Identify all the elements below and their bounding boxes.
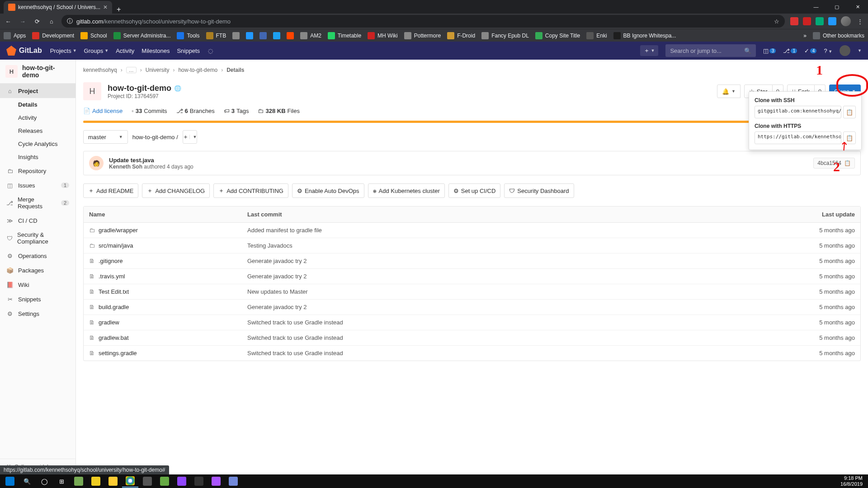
size-stat[interactable]: 🗀 328 KB Files — [258, 108, 300, 114]
clone-ssh-input[interactable]: git@gitlab.com:kennethsohyq/sch — [755, 106, 841, 118]
window-close[interactable]: ✕ — [847, 0, 868, 14]
address-bar[interactable]: ⓘ gitlab.com/kennethsohyq/school/univers… — [61, 15, 785, 28]
bookmark-item[interactable]: Tools — [177, 32, 199, 39]
other-bookmarks[interactable]: Other bookmarks — [813, 32, 864, 39]
user-avatar[interactable] — [840, 45, 850, 56]
sidebar-sub-releases[interactable]: Releases — [0, 124, 75, 137]
forward-button[interactable]: → — [18, 17, 27, 26]
nav-milestones[interactable]: Milestones — [142, 47, 170, 54]
table-row[interactable]: 🗎gradlew.batSwitched track to use Gradle… — [84, 330, 860, 346]
copy-icon[interactable]: 📋 — [844, 160, 851, 166]
sidebar-item-operations[interactable]: ⚙Operations — [0, 249, 75, 263]
back-button[interactable]: ← — [4, 17, 13, 26]
sidebar-sub-activity[interactable]: Activity — [0, 111, 75, 124]
window-minimize[interactable]: — — [806, 0, 826, 14]
breadcrumb-ellipsis[interactable]: … — [126, 67, 137, 73]
bookmark-item[interactable]: School — [80, 32, 107, 39]
commits-stat[interactable]: ◦ 33 Commits — [132, 108, 167, 114]
branches-stat[interactable]: ⎇ 6 Branches — [176, 108, 215, 114]
table-row[interactable]: 🗎gradlewSwitched track to use Gradle ins… — [84, 315, 860, 330]
bookmark-item[interactable]: F-Droid — [447, 32, 475, 39]
nav-activity[interactable]: Activity — [116, 47, 134, 54]
table-row[interactable]: 🗎settings.gradleSwitched track to use Gr… — [84, 346, 860, 361]
mr-badge[interactable]: ⎇1 — [783, 47, 797, 54]
breadcrumb-item[interactable]: kennethsohyq — [83, 67, 117, 73]
bookmark-item[interactable]: Pottermore — [404, 32, 441, 39]
bookmark-item[interactable]: FTB — [206, 32, 226, 39]
sidebar-item-project[interactable]: ⌂Project — [0, 84, 75, 98]
action-add-contributing[interactable]: ＋Add CONTRIBUTING — [213, 183, 288, 198]
breadcrumb-item[interactable]: how-to-git-demo — [178, 67, 217, 73]
bookmark-item[interactable] — [246, 32, 253, 39]
user-dropdown-icon[interactable]: ▼ — [858, 48, 862, 53]
bookmark-item[interactable]: Copy Site Title — [535, 32, 580, 39]
sidebar-item-snippets[interactable]: ✂Snippets — [0, 292, 75, 306]
extension-icon[interactable] — [803, 17, 811, 25]
branch-selector[interactable]: master▼ — [83, 130, 128, 144]
sidebar-sub-cycle-analytics[interactable]: Cycle Analytics — [0, 137, 75, 150]
bookmark-item[interactable] — [273, 32, 280, 39]
nav-projects[interactable]: Projects ▼ — [50, 47, 77, 54]
table-row[interactable]: 🗀gradle/wrapperAdded manifest to gradle … — [84, 223, 860, 238]
bookmark-item[interactable]: Enki — [586, 32, 607, 39]
sidebar-sub-insights[interactable]: Insights — [0, 150, 75, 164]
commit-title[interactable]: Update test.java — [109, 157, 193, 164]
ci-status-icon[interactable]: ◌ — [208, 47, 213, 54]
table-row[interactable]: 🗎.gitignoreGenerate javadoc try 25 month… — [84, 253, 860, 269]
window-maximize[interactable]: ▢ — [826, 0, 847, 14]
sidebar-item-merge-requests[interactable]: ⎇Merge Requests2 — [0, 192, 75, 213]
gitlab-logo[interactable]: GitLab — [6, 46, 42, 56]
action-set-up-ci-cd[interactable]: ⚙Set up CI/CD — [448, 183, 501, 198]
extension-icon[interactable] — [828, 17, 836, 25]
help-icon[interactable]: ? ▼ — [824, 47, 832, 54]
copy-https-button[interactable]: 📋 — [843, 131, 856, 144]
extension-icon[interactable] — [790, 17, 798, 25]
sidebar-item-ci-cd[interactable]: ≫CI / CD — [0, 213, 75, 228]
bookmarks-overflow[interactable]: » — [803, 33, 807, 39]
star-icon[interactable]: ☆ — [774, 18, 779, 25]
search-input[interactable]: Search or jump to... 🔍 — [665, 44, 756, 57]
bookmark-item[interactable] — [287, 32, 294, 39]
home-button[interactable]: ⌂ — [47, 17, 56, 26]
bookmark-item[interactable]: Development — [32, 32, 74, 39]
action-add-readme[interactable]: ＋Add README — [83, 183, 138, 198]
sidebar-item-repository[interactable]: 🗀Repository — [0, 164, 75, 178]
bookmark-item[interactable]: BB Ignore Whitespa... — [613, 32, 676, 39]
profile-avatar[interactable] — [841, 16, 851, 26]
sidebar-item-wiki[interactable]: 📕Wiki — [0, 277, 75, 292]
sidebar-item-settings[interactable]: ⚙Settings — [0, 306, 75, 321]
action-security-dashboard[interactable]: 🛡Security Dashboard — [504, 183, 574, 198]
path-root[interactable]: how-to-git-demo / — [132, 134, 178, 141]
new-tab-button[interactable]: + — [112, 5, 125, 14]
sidebar-item-issues[interactable]: ◫Issues1 — [0, 178, 75, 192]
sidebar-item-packages[interactable]: 📦Packages — [0, 263, 75, 277]
todos-badge[interactable]: ✓4 — [804, 47, 816, 54]
bookmark-item[interactable]: Server Administra... — [113, 32, 171, 39]
clone-https-input[interactable]: https://gitlab.com/kennethsohyq — [755, 131, 841, 144]
bookmark-item[interactable]: MH Wiki — [368, 32, 398, 39]
table-row[interactable]: 🗎.travis.ymlGenerate javadoc try 25 mont… — [84, 269, 860, 284]
bookmark-item[interactable] — [232, 32, 240, 39]
site-info-icon[interactable]: ⓘ — [67, 17, 73, 25]
issues-badge[interactable]: ◫3 — [763, 47, 776, 54]
reload-button[interactable]: ⟳ — [33, 17, 42, 26]
breadcrumb-item[interactable]: University — [146, 67, 170, 73]
tags-stat[interactable]: 🏷 3 Tags — [224, 108, 249, 114]
bookmark-item[interactable]: AM2 — [300, 32, 321, 39]
sidebar-item-security-compliance[interactable]: 🛡Security & Compliance — [0, 228, 75, 249]
bookmark-item[interactable]: Fancy Epub DL — [481, 32, 529, 39]
table-row[interactable]: 🗎Test Edit.txtNew updates to Master5 mon… — [84, 284, 860, 300]
table-row[interactable]: 🗎build.gradleGenerate javadoc try 25 mon… — [84, 300, 860, 315]
menu-icon[interactable]: ⋮ — [855, 17, 864, 26]
plus-dropdown[interactable]: ＋▼ — [640, 45, 659, 56]
nav-snippets[interactable]: Snippets — [177, 47, 200, 54]
browser-tab[interactable]: kennethsohyq / School / Univers... ✕ — [4, 1, 112, 14]
action-add-changelog[interactable]: ＋Add CHANGELOG — [142, 183, 210, 198]
add-file-button[interactable]: ＋▼ — [183, 130, 197, 144]
action-add-kubernetes-cluster[interactable]: ⎈Add Kubernetes cluster — [368, 183, 445, 198]
bookmark-item[interactable]: Apps — [4, 32, 26, 39]
tab-close-icon[interactable]: ✕ — [103, 4, 108, 10]
extension-icon[interactable] — [816, 17, 824, 25]
notifications-dropdown[interactable]: 🔔 ▼ — [717, 84, 741, 98]
action-enable-auto-devops[interactable]: ⚙Enable Auto DevOps — [292, 183, 364, 198]
